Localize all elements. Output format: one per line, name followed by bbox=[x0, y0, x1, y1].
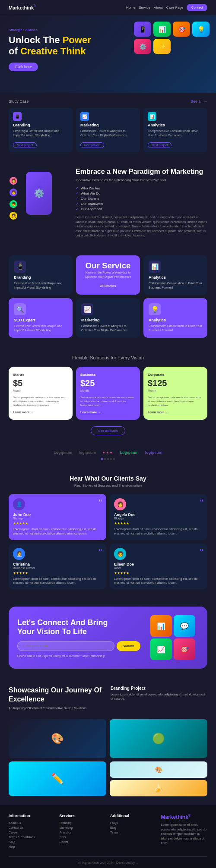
business-price: $25 bbox=[80, 378, 136, 388]
footer-grid: Information About Us Contact Us Career T… bbox=[9, 814, 207, 850]
footer-brand-desc: Lorem ipsum dolor sit amet, consectetur … bbox=[161, 823, 208, 846]
starter-period: Month bbox=[13, 389, 68, 392]
phone-mockup: ⚙️ bbox=[26, 172, 52, 215]
pricing-corporate: Corporate $125 Month Sed ut perspiciatis… bbox=[143, 367, 207, 420]
footer-link-help[interactable]: Help bbox=[9, 845, 55, 848]
study-card-desc-2: Harness the Power of Analytics to Optimi… bbox=[80, 129, 136, 138]
footer-link-contact[interactable]: Contact Us bbox=[9, 826, 55, 829]
paradigm-content: Embrace a New Paradigm of Marketing Inno… bbox=[76, 167, 207, 238]
portfolio-section: Showcasing Our Journey Of Excellence An … bbox=[0, 677, 216, 805]
pricing-title: Flexible Solutions for Every Vision bbox=[9, 355, 207, 360]
cta-submit-button[interactable]: Submit bbox=[117, 641, 140, 651]
study-card-btn-branding[interactable]: Next project bbox=[13, 142, 37, 148]
service-desc-analytics: Collaborative Consultation to Drive Your… bbox=[149, 281, 202, 290]
contact-button[interactable]: Contact bbox=[187, 4, 207, 11]
branding-project-title: Branding Project bbox=[111, 686, 207, 691]
nav-service[interactable]: Service bbox=[139, 6, 150, 9]
all-services-btn[interactable]: All Services bbox=[95, 283, 121, 289]
business-link[interactable]: Learn more → bbox=[80, 411, 136, 414]
shape-card-purple: 📱 bbox=[134, 22, 151, 37]
study-cards: 📱 Branding Elevating a Brand with Unique… bbox=[9, 108, 207, 152]
service-title-analytics2: Analytics bbox=[149, 318, 202, 322]
study-card-btn-analytics[interactable]: Next project bbox=[148, 142, 172, 148]
check-icon-4: ✓ bbox=[76, 202, 79, 206]
testimonials-heading: Hear What Our Clients Say bbox=[9, 475, 207, 482]
study-header: Study Case See all → bbox=[9, 99, 207, 104]
study-label: Study Case bbox=[9, 99, 29, 104]
service-main-title: Our Service bbox=[85, 261, 130, 270]
footer-link-seo[interactable]: SEO bbox=[60, 836, 106, 839]
see-all-plans-btn[interactable]: See all plans bbox=[91, 426, 125, 435]
nav-home[interactable]: Home bbox=[126, 6, 135, 9]
avatar-list: 👩 🧑 👦 👧 bbox=[9, 176, 18, 220]
shape-card-purple2: ✨ bbox=[153, 39, 171, 54]
corporate-link[interactable]: Learn more → bbox=[148, 411, 203, 414]
pricing-starter: Starter $5 Month Sed ut perspiciatis und… bbox=[9, 367, 73, 420]
hero-cta-button[interactable]: Click here bbox=[9, 63, 38, 71]
nav-case-page[interactable]: Case Page bbox=[166, 6, 184, 9]
footer-link-analytics[interactable]: Analytics bbox=[60, 831, 106, 834]
starter-link[interactable]: Learn more → bbox=[13, 411, 68, 414]
logo-4: Logipsum bbox=[120, 450, 139, 455]
testimonials-section: Hear What Our Clients Say Real Stories o… bbox=[0, 466, 216, 598]
testi-text-1: Lorem ipsum dolor sit amet, consectetur … bbox=[13, 527, 102, 536]
nav-about[interactable]: About bbox=[154, 6, 163, 9]
footer-link-doctor[interactable]: Doctor bbox=[60, 840, 106, 843]
branding-project-desc: Lorem ipsum dolor sit amet consectetur a… bbox=[111, 692, 207, 701]
study-card-desc: Elevating a Brand with Unique and Impact… bbox=[13, 129, 68, 138]
footer-link-blog[interactable]: Blog bbox=[110, 826, 157, 829]
check-3: ✓Our Experts bbox=[76, 197, 207, 201]
footer-link-marketing[interactable]: Marketing bbox=[60, 826, 106, 829]
footer-additional-title: Additional bbox=[110, 814, 157, 818]
portfolio-header: Showcasing Our Journey Of Excellence An … bbox=[9, 686, 207, 715]
footer-brand-name: Markethink® bbox=[161, 814, 208, 820]
cta-content: Let's Connect And BringYour Vision To Li… bbox=[17, 618, 140, 657]
dot-4 bbox=[110, 458, 112, 460]
testimonial-2: 👩 " Angela Doe Blogger ★★★★★ Lorem ipsum… bbox=[110, 494, 207, 540]
testi-stars-2: ★★★★★ bbox=[114, 522, 203, 525]
shape-card-orange: 🎯 bbox=[173, 22, 190, 37]
starter-plan-name: Starter bbox=[13, 373, 68, 377]
port-img-group: 🎨 🍌 bbox=[110, 761, 207, 796]
testi-name-3: Christina bbox=[13, 562, 102, 566]
cta-shape-1: 📊 bbox=[150, 615, 172, 637]
portfolio-img-light: 🎨 bbox=[110, 761, 207, 778]
footer-services-title: Services bbox=[60, 814, 106, 818]
paradigm-heading: Embrace a New Paradigm of Marketing bbox=[76, 167, 207, 176]
check-icon-1: ✓ bbox=[76, 186, 79, 190]
service-desc-branding: Elevate Your Brand with Unique and Impac… bbox=[14, 281, 67, 290]
cta-form: Submit bbox=[17, 641, 140, 651]
testi-text-4: Lorem ipsum dolor sit amet, consectetur … bbox=[114, 577, 203, 585]
pricing-section: Flexible Solutions for Every Vision Star… bbox=[0, 346, 216, 444]
study-card-btn-marketing[interactable]: Next project bbox=[80, 142, 104, 148]
footer-brand: Markethink® Lorem ipsum dolor sit amet, … bbox=[161, 814, 208, 850]
paradigm-body: Lorem ipsum dolor sit amet, consectetur … bbox=[76, 215, 207, 238]
footer-link-faq[interactable]: FAQ bbox=[9, 840, 55, 843]
marketing-service-icon: 📈 bbox=[81, 303, 93, 315]
footer-link-faqs[interactable]: FAQs bbox=[110, 821, 157, 824]
cta-email-input[interactable] bbox=[17, 641, 114, 651]
footer-info-title: Information bbox=[9, 814, 55, 818]
footer: Information About Us Contact Us Career T… bbox=[0, 805, 216, 868]
study-see-all[interactable]: See all → bbox=[191, 99, 207, 104]
analytics2-service-icon: 💡 bbox=[149, 303, 161, 315]
check-icon-2: ✓ bbox=[76, 192, 79, 195]
footer-link-about[interactable]: About Us bbox=[9, 821, 55, 824]
footer-link-branding[interactable]: Branding bbox=[60, 821, 106, 824]
testimonials-subtitle: Real Stories of Success and Transformati… bbox=[9, 484, 207, 487]
footer-link-terms2[interactable]: Terms bbox=[110, 831, 157, 834]
service-title-marketing: Marketing bbox=[81, 318, 135, 322]
marketing-icon: 📈 bbox=[80, 112, 89, 121]
paradigm-subtitle: Innovative Strategies for Unleashing You… bbox=[76, 178, 207, 182]
service-title-analytics: Analytics bbox=[149, 275, 202, 280]
testi-text-2: Lorem ipsum dolor sit amet, consectetur … bbox=[114, 527, 203, 536]
copyright-text: All Rights Reserved | 2024 | Developed b… bbox=[78, 861, 138, 864]
service-desc-marketing: Harness the Power of Analytics to Optimi… bbox=[81, 324, 135, 333]
study-card-title: Branding bbox=[13, 123, 68, 127]
service-grid: 📱 Branding Elevate Your Brand with Uniqu… bbox=[9, 255, 207, 338]
footer-link-terms[interactable]: Terms & Conditions bbox=[9, 836, 55, 839]
hero-section: Strategic Solutions Unlock The Power of … bbox=[0, 15, 216, 93]
footer-additional: Additional FAQs Blog Terms bbox=[110, 814, 157, 850]
testi-text-3: Lorem ipsum dolor sit amet, consectetur … bbox=[13, 577, 102, 585]
footer-link-career[interactable]: Career bbox=[9, 831, 55, 834]
